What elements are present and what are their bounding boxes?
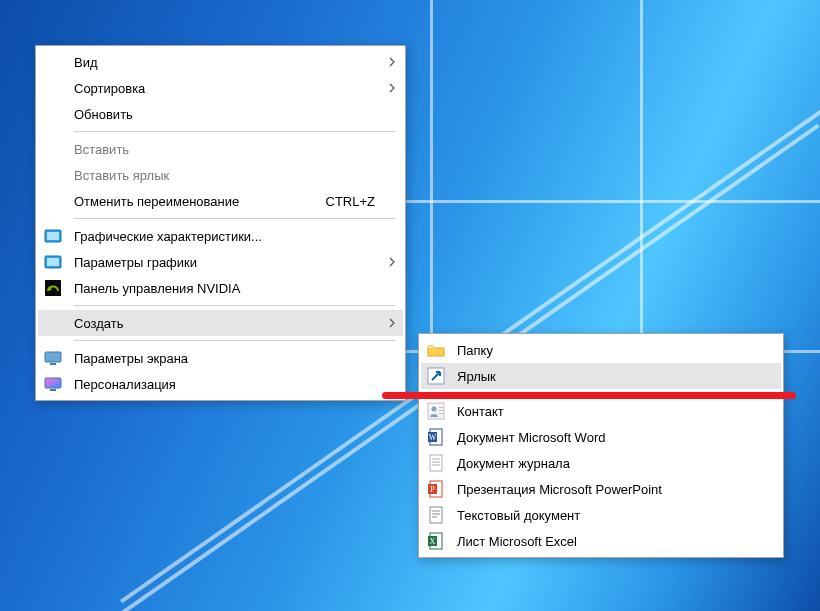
svg-rect-1: [47, 232, 59, 240]
annotation-highlight-line: [382, 392, 796, 399]
submenu-arrow-icon: [383, 257, 397, 267]
intel-gfx-icon: [42, 253, 64, 271]
menu-separator: [74, 340, 395, 341]
nvidia-icon: [42, 279, 64, 297]
menu-item-label: Текстовый документ: [457, 508, 761, 523]
powerpoint-icon: P: [425, 480, 447, 498]
menu-item-new-folder[interactable]: Папку: [421, 337, 781, 363]
menu-item-new-word[interactable]: WДокумент Microsoft Word: [421, 424, 781, 450]
menu-item-label: Вставить ярлык: [74, 168, 383, 183]
menu-item-new-shortcut[interactable]: Ярлык: [421, 363, 781, 389]
menu-item-paste-shortcut: Вставить ярлык: [38, 162, 403, 188]
menu-item-label: Ярлык: [457, 369, 761, 384]
svg-rect-6: [45, 352, 61, 362]
intel-gfx-icon: [42, 227, 64, 245]
word-icon: W: [425, 428, 447, 446]
submenu-arrow-icon: [383, 318, 397, 328]
menu-item-label: Параметры экрана: [74, 351, 383, 366]
menu-item-new-powerpoint[interactable]: PПрезентация Microsoft PowerPoint: [421, 476, 781, 502]
menu-item-label: Графические характеристики...: [74, 229, 383, 244]
menu-item-label: Вид: [74, 55, 383, 70]
menu-item-new[interactable]: Создать: [38, 310, 403, 336]
menu-item-personalize[interactable]: Персонализация: [38, 371, 403, 397]
monitor-gradient-icon: [42, 375, 64, 393]
menu-separator: [74, 218, 395, 219]
menu-item-label: Контакт: [457, 404, 761, 419]
blank-icon: [42, 140, 64, 158]
svg-point-12: [432, 407, 437, 412]
menu-item-label: Лист Microsoft Excel: [457, 534, 761, 549]
blank-icon: [42, 53, 64, 71]
svg-text:P: P: [430, 485, 435, 494]
menu-item-label: Отменить переименование: [74, 194, 326, 209]
menu-item-intel-gfx-props[interactable]: Графические характеристики...: [38, 223, 403, 249]
menu-separator: [74, 305, 395, 306]
menu-item-label: Папку: [457, 343, 761, 358]
svg-rect-15: [439, 413, 443, 414]
svg-rect-13: [439, 407, 443, 408]
shortcut-icon: [425, 367, 447, 385]
menu-item-label: Вставить: [74, 142, 383, 157]
menu-item-label: Презентация Microsoft PowerPoint: [457, 482, 761, 497]
menu-item-display-settings[interactable]: Параметры экрана: [38, 345, 403, 371]
menu-item-undo-rename[interactable]: Отменить переименованиеCTRL+Z: [38, 188, 403, 214]
menu-item-new-textdoc[interactable]: Текстовый документ: [421, 502, 781, 528]
blank-icon: [42, 314, 64, 332]
menu-item-label: Персонализация: [74, 377, 383, 392]
menu-item-view[interactable]: Вид: [38, 49, 403, 75]
menu-item-label: Создать: [74, 316, 383, 331]
svg-text:X: X: [430, 537, 436, 546]
folder-icon: [425, 341, 447, 359]
menu-item-label: Панель управления NVIDIA: [74, 281, 383, 296]
menu-item-new-journal[interactable]: Документ журнала: [421, 450, 781, 476]
svg-text:W: W: [429, 433, 437, 442]
textdoc-icon: [425, 506, 447, 524]
blank-icon: [42, 166, 64, 184]
menu-item-nvidia-cp[interactable]: Панель управления NVIDIA: [38, 275, 403, 301]
svg-point-5: [49, 288, 52, 291]
svg-rect-14: [439, 410, 443, 411]
menu-item-label: Документ журнала: [457, 456, 761, 471]
submenu-arrow-icon: [383, 57, 397, 67]
svg-rect-23: [430, 507, 442, 523]
menu-item-accelerator: CTRL+Z: [326, 194, 375, 209]
desktop-context-menu: ВидСортировкаОбновитьВставитьВставить яр…: [35, 45, 406, 401]
menu-item-intel-gfx-opts[interactable]: Параметры графики: [38, 249, 403, 275]
svg-rect-7: [50, 363, 56, 365]
new-submenu: ПапкуЯрлыкКонтактWДокумент Microsoft Wor…: [418, 333, 784, 558]
submenu-arrow-icon: [383, 83, 397, 93]
blank-icon: [42, 79, 64, 97]
menu-item-refresh[interactable]: Обновить: [38, 101, 403, 127]
svg-rect-4: [45, 280, 61, 296]
menu-item-label: Обновить: [74, 107, 383, 122]
menu-item-paste: Вставить: [38, 136, 403, 162]
menu-item-label: Документ Microsoft Word: [457, 430, 761, 445]
menu-item-label: Параметры графики: [74, 255, 383, 270]
menu-separator: [74, 131, 395, 132]
svg-rect-19: [430, 455, 442, 471]
svg-rect-9: [50, 389, 56, 391]
menu-item-new-excel[interactable]: XЛист Microsoft Excel: [421, 528, 781, 554]
menu-item-sort[interactable]: Сортировка: [38, 75, 403, 101]
monitor-icon: [42, 349, 64, 367]
svg-rect-8: [45, 378, 61, 388]
svg-rect-3: [47, 258, 59, 266]
excel-icon: X: [425, 532, 447, 550]
menu-item-label: Сортировка: [74, 81, 383, 96]
contact-icon: [425, 402, 447, 420]
blank-icon: [42, 192, 64, 210]
blank-icon: [42, 105, 64, 123]
journal-icon: [425, 454, 447, 472]
menu-item-new-contact[interactable]: Контакт: [421, 398, 781, 424]
